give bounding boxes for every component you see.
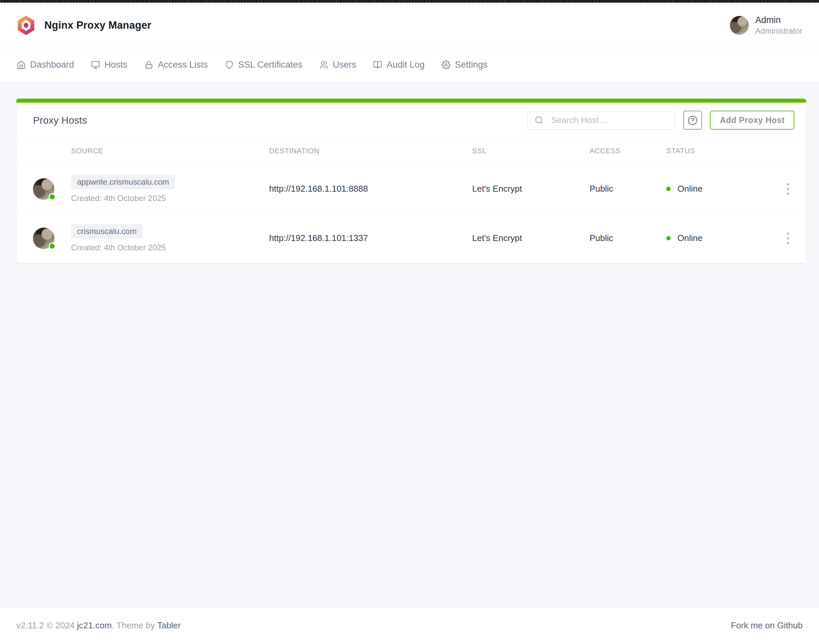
app-logo-icon: [17, 16, 35, 35]
search-host-field: [527, 111, 675, 130]
tabler-link[interactable]: Tabler: [157, 620, 181, 630]
proxy-hosts-table: SOURCE DESTINATION SSL ACCESS STATUS app…: [16, 138, 806, 263]
user-name: Admin: [755, 15, 802, 26]
app-title: Nginx Proxy Manager: [45, 19, 151, 31]
book-icon: [373, 60, 382, 69]
nav-item-access-lists[interactable]: Access Lists: [144, 60, 208, 70]
shield-icon: [225, 60, 234, 69]
nav-item-audit-log[interactable]: Audit Log: [373, 60, 424, 70]
proxy-hosts-card: Proxy Hosts Add Proxy Host SOURCE: [16, 99, 806, 263]
footer-version-text: v2.11.2 © 2024 jc21.com. Theme by Tabler: [16, 620, 181, 631]
jc21-link[interactable]: jc21.com: [77, 620, 112, 630]
table-row[interactable]: appwrite.crismuscalu.com Created: 4th Oc…: [16, 164, 806, 214]
monitor-icon: [91, 60, 100, 69]
status-dot: [666, 236, 671, 240]
main-nav: Dashboard Hosts Access Lists SSL Certifi…: [0, 48, 819, 82]
column-header-source: SOURCE: [71, 138, 269, 164]
created-date: Created: 4th October 2025: [71, 243, 269, 252]
card-header: Proxy Hosts Add Proxy Host: [16, 103, 806, 138]
status-dot: [666, 187, 671, 191]
nav-item-users[interactable]: Users: [320, 60, 356, 70]
online-badge: [49, 243, 56, 250]
gear-icon: [441, 60, 450, 69]
help-button[interactable]: [683, 111, 702, 130]
ssl-type: Let's Encrypt: [472, 214, 590, 263]
nav-item-ssl-certificates[interactable]: SSL Certificates: [225, 60, 303, 70]
status-label: Online: [677, 184, 702, 194]
home-icon: [17, 60, 26, 69]
github-link[interactable]: Fork me on Github: [731, 620, 803, 631]
search-input[interactable]: [527, 111, 675, 130]
nav-item-dashboard[interactable]: Dashboard: [17, 60, 74, 70]
destination-url: http://192.168.1.101:1337: [269, 214, 472, 263]
table-header-row: SOURCE DESTINATION SSL ACCESS STATUS: [16, 138, 806, 164]
screen-edge-strip: [0, 0, 819, 3]
user-role: Administrator: [755, 26, 802, 36]
ssl-type: Let's Encrypt: [472, 164, 590, 214]
user-menu[interactable]: Admin Administrator: [730, 15, 802, 36]
lock-icon: [144, 60, 154, 69]
column-header-destination: DESTINATION: [269, 138, 472, 164]
page-title: Proxy Hosts: [33, 115, 87, 126]
source-domain-tag: crismuscalu.com: [71, 224, 143, 239]
main-content: Proxy Hosts Add Proxy Host SOURCE: [0, 82, 819, 607]
row-menu-button[interactable]: [783, 179, 793, 199]
host-owner-avatar: [33, 178, 54, 200]
nav-item-settings[interactable]: Settings: [441, 60, 487, 70]
table-row[interactable]: crismuscalu.com Created: 4th October 202…: [16, 214, 806, 263]
kebab-menu-icon: [786, 232, 790, 245]
host-owner-avatar: [33, 228, 54, 249]
access-type: Public: [590, 214, 666, 263]
destination-url: http://192.168.1.101:8888: [269, 164, 472, 214]
column-header-status: STATUS: [666, 138, 767, 164]
row-menu-button[interactable]: [783, 228, 793, 248]
user-avatar: [730, 16, 748, 35]
add-proxy-host-button[interactable]: Add Proxy Host: [710, 111, 794, 130]
app-footer: v2.11.2 © 2024 jc21.com. Theme by Tabler…: [0, 607, 819, 644]
nav-item-hosts[interactable]: Hosts: [91, 60, 128, 70]
online-badge: [49, 193, 56, 200]
status-label: Online: [677, 233, 702, 243]
access-type: Public: [590, 164, 666, 214]
column-header-ssl: SSL: [472, 138, 590, 164]
column-header-access: ACCESS: [590, 138, 666, 164]
source-domain-tag: appwrite.crismuscalu.com: [71, 175, 175, 189]
app-header: Nginx Proxy Manager Admin Administrator: [0, 3, 819, 48]
users-icon: [320, 60, 329, 69]
help-circle-icon: [688, 115, 698, 125]
created-date: Created: 4th October 2025: [71, 194, 269, 203]
kebab-menu-icon: [786, 182, 790, 196]
